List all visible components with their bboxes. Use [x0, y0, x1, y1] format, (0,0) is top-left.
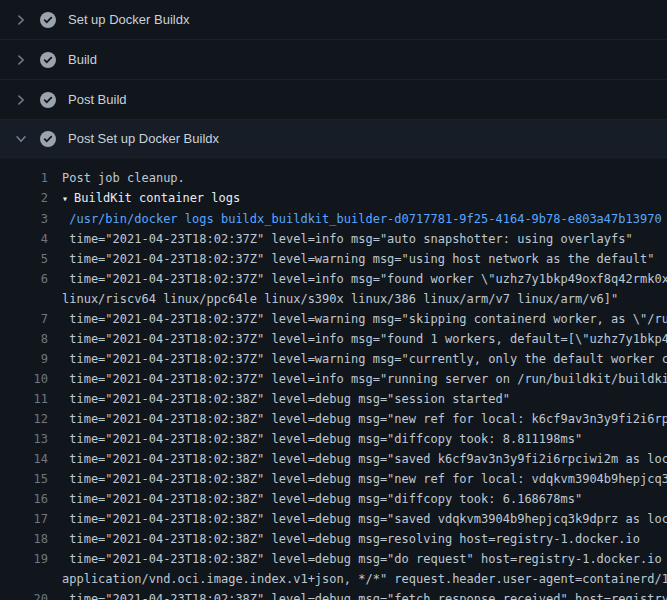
log-text: time="2021-04-23T18:02:37Z" level=info m… [48, 369, 667, 389]
log-line: 3 /usr/bin/docker logs buildx_buildkit_b… [0, 209, 667, 229]
section-header-post-build[interactable]: Post Build [0, 80, 667, 120]
check-circle-icon [40, 131, 56, 147]
log-text: time="2021-04-23T18:02:38Z" level=debug … [48, 529, 640, 549]
log-line: 10 time="2021-04-23T18:02:37Z" level=inf… [0, 369, 667, 389]
log-text: time="2021-04-23T18:02:38Z" level=debug … [48, 589, 667, 600]
section-header-post-set-up-docker-buildx[interactable]: Post Set up Docker Buildx [0, 120, 667, 158]
check-circle-icon [40, 92, 56, 108]
log-line: 1Post job cleanup. [0, 168, 667, 188]
log-group-toggle[interactable]: ▾BuildKit container logs [48, 188, 240, 209]
line-number[interactable]: 5 [0, 249, 48, 269]
log-line: 5 time="2021-04-23T18:02:37Z" level=warn… [0, 249, 667, 269]
log-text: time="2021-04-23T18:02:37Z" level=warnin… [48, 349, 667, 369]
log-text: time="2021-04-23T18:02:37Z" level=warnin… [48, 309, 667, 329]
log-text: time="2021-04-23T18:02:37Z" level=info m… [48, 269, 667, 289]
line-number[interactable]: 13 [0, 429, 48, 449]
section-label: Post Set up Docker Buildx [68, 131, 219, 146]
log-line: 11 time="2021-04-23T18:02:38Z" level=deb… [0, 389, 667, 409]
line-number[interactable]: 3 [0, 209, 48, 229]
chevron-right-icon [14, 53, 28, 67]
chevron-down-icon [14, 132, 28, 146]
triangle-down-icon: ▾ [62, 189, 68, 209]
log-text: time="2021-04-23T18:02:37Z" level=info m… [48, 229, 633, 249]
check-circle-icon [40, 52, 56, 68]
line-number[interactable]: 17 [0, 509, 48, 529]
line-number[interactable]: 20 [0, 589, 48, 600]
line-number[interactable]: 1 [0, 168, 48, 188]
log-line: 20 time="2021-04-23T18:02:38Z" level=deb… [0, 589, 667, 600]
log-line: 12 time="2021-04-23T18:02:38Z" level=deb… [0, 409, 667, 429]
log-line: 7 time="2021-04-23T18:02:37Z" level=warn… [0, 309, 667, 329]
log-text: time="2021-04-23T18:02:38Z" level=debug … [48, 509, 667, 529]
log-container: 1Post job cleanup.2▾BuildKit container l… [0, 158, 667, 600]
line-number[interactable]: 4 [0, 229, 48, 249]
log-text: time="2021-04-23T18:02:38Z" level=debug … [48, 409, 667, 429]
line-number[interactable]: 18 [0, 529, 48, 549]
step-list: Set up Docker BuildxBuildPost BuildPost … [0, 0, 667, 158]
log-text: linux/riscv64 linux/ppc64le linux/s390x … [48, 289, 618, 309]
line-number[interactable]: 6 [0, 269, 48, 289]
log-text: time="2021-04-23T18:02:38Z" level=debug … [48, 549, 667, 569]
line-number[interactable]: 10 [0, 369, 48, 389]
log-text: time="2021-04-23T18:02:37Z" level=warnin… [48, 249, 654, 269]
log-line: 13 time="2021-04-23T18:02:38Z" level=deb… [0, 429, 667, 449]
log-line: 17 time="2021-04-23T18:02:38Z" level=deb… [0, 509, 667, 529]
chevron-right-icon [14, 13, 28, 27]
log-line: 15 time="2021-04-23T18:02:38Z" level=deb… [0, 469, 667, 489]
log-line: 14 time="2021-04-23T18:02:38Z" level=deb… [0, 449, 667, 469]
log-line: 16 time="2021-04-23T18:02:38Z" level=deb… [0, 489, 667, 509]
line-number[interactable]: 8 [0, 329, 48, 349]
log-text: time="2021-04-23T18:02:38Z" level=debug … [48, 389, 510, 409]
line-number [0, 569, 48, 589]
log-text: application/vnd.oci.image.index.v1+json,… [48, 569, 667, 589]
log-line: linux/riscv64 linux/ppc64le linux/s390x … [0, 289, 667, 309]
log-text: time="2021-04-23T18:02:37Z" level=info m… [48, 329, 667, 349]
log-line: 18 time="2021-04-23T18:02:38Z" level=deb… [0, 529, 667, 549]
log-line: 9 time="2021-04-23T18:02:37Z" level=warn… [0, 349, 667, 369]
line-number[interactable]: 14 [0, 449, 48, 469]
line-number[interactable]: 7 [0, 309, 48, 329]
section-header-set-up-docker-buildx[interactable]: Set up Docker Buildx [0, 0, 667, 40]
line-number [0, 289, 48, 309]
log-text: time="2021-04-23T18:02:38Z" level=debug … [48, 449, 667, 469]
log-line: 8 time="2021-04-23T18:02:37Z" level=info… [0, 329, 667, 349]
line-number[interactable]: 19 [0, 549, 48, 569]
line-number[interactable]: 2 [0, 188, 48, 209]
line-number[interactable]: 9 [0, 349, 48, 369]
log-text: Post job cleanup. [48, 168, 185, 188]
log-text: time="2021-04-23T18:02:38Z" level=debug … [48, 469, 667, 489]
line-number[interactable]: 16 [0, 489, 48, 509]
log-line: 19 time="2021-04-23T18:02:38Z" level=deb… [0, 549, 667, 569]
section-header-build[interactable]: Build [0, 40, 667, 80]
log-command-text: /usr/bin/docker logs buildx_buildkit_bui… [48, 209, 662, 229]
log-line: 6 time="2021-04-23T18:02:37Z" level=info… [0, 269, 667, 289]
log-line: 2▾BuildKit container logs [0, 188, 667, 209]
section-label: Set up Docker Buildx [68, 12, 189, 27]
section-label: Post Build [68, 92, 127, 107]
check-circle-icon [40, 12, 56, 28]
line-number[interactable]: 15 [0, 469, 48, 489]
log-text: time="2021-04-23T18:02:38Z" level=debug … [48, 489, 582, 509]
log-line: 4 time="2021-04-23T18:02:37Z" level=info… [0, 229, 667, 249]
section-label: Build [68, 52, 97, 67]
chevron-right-icon [14, 93, 28, 107]
log-line: application/vnd.oci.image.index.v1+json,… [0, 569, 667, 589]
log-text: time="2021-04-23T18:02:38Z" level=debug … [48, 429, 582, 449]
line-number[interactable]: 11 [0, 389, 48, 409]
log-group-label: BuildKit container logs [74, 191, 240, 205]
line-number[interactable]: 12 [0, 409, 48, 429]
